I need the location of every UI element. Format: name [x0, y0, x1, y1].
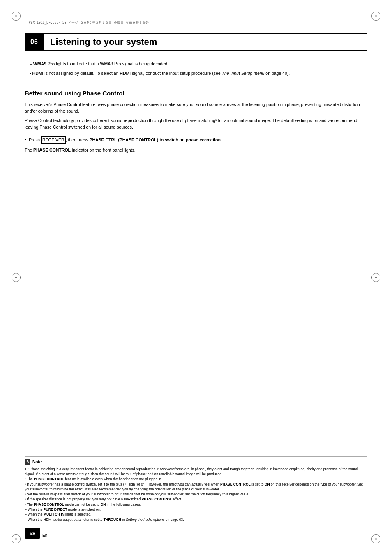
instruction-bullet: •: [25, 137, 26, 144]
section-divider: [25, 84, 367, 84]
section-paragraph-2: Phase Control technology provides cohere…: [25, 118, 367, 131]
file-meta: VSX-1019_DF.book 58 ページ ２０0９年３月１３日 金曜日 午…: [29, 21, 149, 25]
page-lang: En: [42, 533, 47, 538]
chapter-title: Listening to your system: [50, 37, 157, 47]
page: VSX-1019_DF.book 58 ページ ２０0９年３月１３日 金曜日 午…: [0, 0, 392, 555]
instruction-item: • Press RECEIVER, then press PHASE CTRL …: [25, 136, 367, 144]
corner-mark-mid-left: [12, 273, 21, 282]
receiver-box: RECEIVER: [41, 136, 66, 144]
note-icon: ✎: [25, 459, 30, 465]
corner-mark-top-right: [371, 12, 380, 21]
corner-mark-bottom-left: [12, 534, 21, 543]
section-paragraph-1: This receiver's Phase Control feature us…: [25, 102, 367, 115]
bottom-divider: [25, 527, 367, 527]
header-divider: [25, 28, 367, 28]
page-number: 58: [25, 528, 40, 539]
instruction-follow: The PHASE CONTROL indicator on the front…: [25, 147, 367, 154]
intro-section: – WMA9 Pro lights to indicate that a WMA…: [25, 61, 367, 76]
note-header: ✎ Note: [25, 459, 367, 465]
corner-mark-mid-right: [371, 273, 380, 282]
intro-item-hdmi: • HDMI is not assigned by default. To se…: [30, 70, 367, 76]
section-heading: Better sound using Phase Control: [25, 89, 367, 97]
note-text: 1 • Phase matching is a very important f…: [25, 467, 367, 522]
chapter-number: 06: [25, 33, 44, 51]
instruction-text: Press RECEIVER, then press PHASE CTRL (P…: [29, 136, 222, 144]
note-title: Note: [32, 460, 42, 464]
note-section: ✎ Note 1 • Phase matching is a very impo…: [25, 456, 367, 522]
intro-item-wma9: – WMA9 Pro lights to indicate that a WMA…: [30, 61, 367, 67]
intro-bullet-hdmi: • HDMI is not assigned by default. To se…: [30, 71, 290, 76]
corner-mark-top-left: [12, 12, 21, 21]
chapter-title-bar: Listening to your system: [44, 33, 367, 51]
chapter-header: 06 Listening to your system: [25, 33, 367, 51]
corner-mark-bottom-right: [371, 534, 380, 543]
main-content: – WMA9 Pro lights to indicate that a WMA…: [25, 61, 367, 157]
intro-dash-wma9: – WMA9 Pro lights to indicate that a WMA…: [30, 61, 168, 66]
